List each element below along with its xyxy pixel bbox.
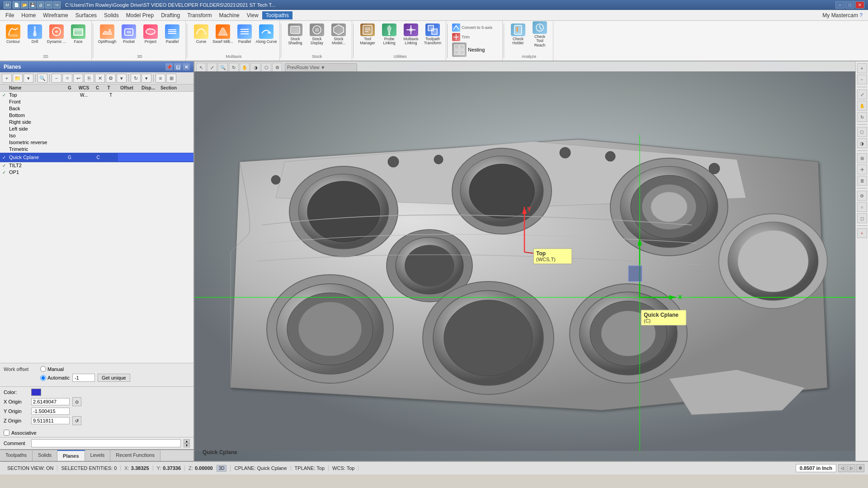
planes-list-button[interactable]: ≡ <box>156 74 165 83</box>
menu-surfaces[interactable]: Surfaces <box>72 11 100 19</box>
redo-icon[interactable]: ↪ <box>53 1 61 9</box>
z-origin-icon-btn[interactable]: ↺ <box>72 416 81 425</box>
tab-planes[interactable]: Planes <box>57 450 85 461</box>
vp-wireframe-btn[interactable]: ⬡ <box>261 63 271 73</box>
plane-row-trimetric[interactable]: Trimetric <box>0 146 193 153</box>
menu-machine[interactable]: Machine <box>215 11 243 19</box>
plane-row-bottom[interactable]: Bottom <box>0 112 193 119</box>
rt-settings[interactable]: ⚙ <box>857 191 867 201</box>
optirough-button[interactable]: OptiRough <box>97 23 118 46</box>
close-button[interactable]: ✕ <box>855 1 864 9</box>
automatic-radio[interactable]: Automatic <box>40 375 70 381</box>
menu-toolpaths[interactable]: Toolpaths <box>262 11 292 19</box>
vp-arrow-btn[interactable]: ↖ <box>196 63 206 73</box>
spin-down[interactable]: ▼ <box>184 443 190 447</box>
tool-manager-button[interactable]: ToolManager <box>357 23 378 46</box>
color-swatch[interactable] <box>31 389 41 396</box>
check-tool-reach-button[interactable]: CheckTool Reach <box>529 23 550 46</box>
mastercam-account[interactable]: My Mastercam ? <box>822 12 866 19</box>
tab-recent-functions[interactable]: Recent Functions <box>110 450 160 461</box>
plane-row-front[interactable]: Front <box>0 99 193 105</box>
probe-linking-button[interactable]: ProbeLinking <box>379 23 400 46</box>
minimize-button[interactable]: − <box>835 1 844 9</box>
planes-pin-icon[interactable]: 📌 <box>165 63 173 70</box>
along-curve-button[interactable]: Along Curve <box>256 23 277 46</box>
parallel-ma-button[interactable]: Parallel <box>234 23 255 46</box>
sb-icon-3[interactable]: ⚙ <box>856 464 864 472</box>
rt-options[interactable]: ◻ <box>857 213 867 223</box>
convert-5axis-button[interactable]: Convert to 5-axis <box>451 23 500 32</box>
vp-options-btn[interactable]: ⚙ <box>272 63 282 73</box>
planes-undock-icon[interactable]: ◱ <box>174 63 181 70</box>
sb-icon-1[interactable]: ◁ <box>838 464 846 472</box>
z-origin-input[interactable] <box>31 417 70 424</box>
planes-delete-button[interactable]: ✕ <box>95 74 105 83</box>
plane-row-left[interactable]: Left side <box>0 126 193 132</box>
plane-row-op1[interactable]: ✓ OP1 <box>0 169 193 176</box>
menu-view[interactable]: View <box>243 11 262 19</box>
nesting-button[interactable]: Nesting <box>451 42 500 58</box>
plane-row-tilt2[interactable]: ✓ TILT2 <box>0 162 193 169</box>
new-file-icon[interactable]: 📄 <box>13 1 20 9</box>
stock-display-button[interactable]: StockDisplay <box>307 23 327 46</box>
rt-shade[interactable]: ◑ <box>857 138 867 148</box>
vp-fit-btn[interactable]: ⤢ <box>207 63 217 73</box>
menu-transform[interactable]: Transform <box>184 11 215 19</box>
plane-row-iso-rev[interactable]: Isometric reverse <box>0 139 193 146</box>
planes-folder-button[interactable]: 📁 <box>13 74 23 83</box>
rt-zoom-in[interactable]: + <box>857 63 867 73</box>
y-origin-input[interactable] <box>31 408 70 415</box>
spin-up[interactable]: ▲ <box>184 439 190 443</box>
tab-levels[interactable]: Levels <box>85 450 111 461</box>
vp-rotate-btn[interactable]: ↻ <box>229 63 239 73</box>
rt-fit[interactable]: ⤢ <box>857 89 867 99</box>
menu-drafting[interactable]: Drafting <box>157 11 184 19</box>
parallel-button[interactable]: Parallel <box>162 23 183 46</box>
associative-checkbox[interactable] <box>4 430 9 436</box>
rt-pan[interactable]: ✋ <box>857 101 867 111</box>
vp-zoom-btn[interactable]: 🔍 <box>218 63 228 73</box>
comment-input[interactable] <box>31 439 181 447</box>
planes-close-icon[interactable]: ✕ <box>183 63 190 70</box>
menu-home[interactable]: Home <box>18 11 39 19</box>
planes-equal-button[interactable]: = <box>62 74 72 83</box>
rt-rotate[interactable]: ↻ <box>857 112 867 122</box>
rt-color[interactable]: ○ <box>857 202 867 212</box>
contour-button[interactable]: Contour <box>3 23 24 46</box>
sb-icon-2[interactable]: ▷ <box>847 464 855 472</box>
curve-button[interactable]: Curve <box>191 23 212 46</box>
planes-icon-button[interactable]: ⊞ <box>166 74 176 83</box>
manual-radio[interactable]: Manual <box>40 366 64 372</box>
x-origin-input[interactable] <box>31 398 70 405</box>
stock-shading-button[interactable]: StockShading <box>285 23 306 46</box>
rt-axes[interactable]: ✛ <box>857 164 867 174</box>
planes-gear-arrow-button[interactable]: ▾ <box>117 74 127 83</box>
plane-row-back[interactable]: Back <box>0 105 193 112</box>
maximize-button[interactable]: □ <box>845 1 854 9</box>
tab-toolpaths[interactable]: Toolpaths <box>0 450 33 461</box>
trim-button[interactable]: Trim <box>451 32 500 42</box>
swarf-button[interactable]: Swarf Milli... <box>212 23 233 46</box>
manual-radio-input[interactable] <box>40 366 46 372</box>
planes-gear-button[interactable]: ⚙ <box>106 74 116 83</box>
tab-solids[interactable]: Solids <box>33 450 57 461</box>
drill-button[interactable]: Drill <box>24 23 45 46</box>
planes-add-button[interactable]: + <box>2 74 12 83</box>
planes-arrow-down-button[interactable]: ▾ <box>24 74 33 83</box>
plane-row-top[interactable]: ✓ Top W... T <box>0 92 193 99</box>
x-origin-icon-btn[interactable]: ⊙ <box>72 397 81 406</box>
multiaxis-linking-button[interactable]: MultiaxisLinking <box>401 23 421 46</box>
planes-undo-button[interactable]: ↩ <box>73 74 83 83</box>
rt-wireframe[interactable]: ⬡ <box>857 127 867 137</box>
menu-file[interactable]: File <box>2 11 18 19</box>
work-offset-input[interactable] <box>72 374 95 382</box>
vp-shading-btn[interactable]: ◑ <box>250 63 260 73</box>
print-icon[interactable]: 🖨 <box>37 1 44 9</box>
project-button[interactable]: Project <box>140 23 161 46</box>
get-unique-button[interactable]: Get unique <box>98 374 130 382</box>
rt-grid[interactable]: ⊞ <box>857 153 867 163</box>
planes-copy-button[interactable]: ⎘ <box>84 74 94 83</box>
planes-zoom-button[interactable]: 🔍 <box>38 74 47 83</box>
plane-row-qcplane[interactable]: ✓ Quick Cplane G C <box>0 153 193 162</box>
check-holder-button[interactable]: CheckHolder <box>508 23 528 46</box>
